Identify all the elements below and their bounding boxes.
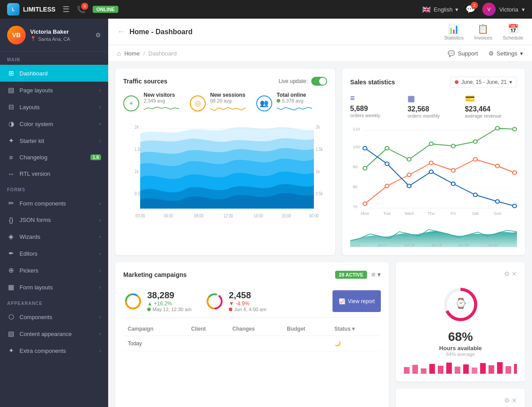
svg-point-31 [407, 158, 411, 161]
settings-tool-icon-2[interactable]: ⚙ [504, 397, 510, 404]
marketing-table: Campaign Client Changes Budget Status ▾ … [123, 322, 381, 352]
sidebar-item-components[interactable]: ⬡ Components › [0, 308, 108, 325]
chat-button[interactable]: 💬 2 [466, 4, 475, 14]
page-title: Home - Dashboard [129, 28, 444, 36]
view-report-button[interactable]: 📈 View report [332, 290, 381, 312]
svg-text:1k: 1k [135, 169, 139, 174]
marketing-metric-1: 38,289 ▲ +16.2% May 12, 12:30 am [123, 290, 192, 312]
invoices-action[interactable]: 📋 Invoices [474, 24, 492, 40]
changelog-icon: ≡ [7, 154, 15, 161]
support-button[interactable]: 💬 Support [448, 50, 478, 57]
user-profile: VB Victoria Baker 📍 Santa Ana, CA ⚙ [0, 19, 108, 52]
live-update-toggle[interactable] [311, 77, 327, 86]
sidebar-item-content-appearance[interactable]: ▤ Content appearance › [0, 325, 108, 342]
invoices-icon: 📋 [477, 24, 489, 34]
user-menu[interactable]: V Victoria ▾ [482, 3, 525, 16]
statistics-action[interactable]: 📊 Statistics [444, 24, 464, 40]
sales-stat-orders-weekly: ≡ 5,689 orders weekly [350, 94, 402, 119]
svg-point-33 [451, 144, 455, 148]
rtl-icon: ↔ [7, 170, 15, 178]
svg-text:Sun: Sun [493, 211, 501, 215]
json-forms-icon: {} [7, 216, 15, 224]
sidebar-item-layouts[interactable]: ⊟ Layouts › [0, 99, 108, 115]
sidebar-item-label: Components [20, 314, 95, 320]
sidebar-settings-icon[interactable]: ⚙ [95, 32, 101, 39]
sidebar-item-color-system[interactable]: ◑ Color system › [0, 115, 108, 132]
date-chevron-icon: ▾ [509, 79, 512, 85]
svg-text:Jul 07: Jul 07 [377, 243, 388, 247]
chevron-right-icon: › [99, 121, 101, 126]
sidebar-item-pickers[interactable]: ⊕ Pickers › [0, 262, 108, 279]
more-tool-icon[interactable]: ✕ [512, 270, 517, 277]
red-dot [229, 308, 232, 311]
traffic-chart: 2k 1.5k 1k 0.5k 2k 1.5k 1k 0.5k [123, 120, 327, 226]
svg-rect-88 [497, 362, 503, 374]
page-layouts-icon: ▤ [7, 86, 15, 94]
table-row: Today 🌙 [123, 336, 381, 352]
breadcrumb-home[interactable]: Home [124, 50, 140, 57]
new-visitors-sparkline [144, 104, 179, 113]
sidebar-item-wizards[interactable]: ◈ Wizards › [0, 228, 108, 245]
svg-point-52 [512, 204, 516, 208]
svg-point-48 [429, 170, 433, 174]
brand-logo: L [7, 3, 20, 16]
sidebar-item-form-components[interactable]: ✏ Form components › [0, 195, 108, 212]
calls-button[interactable]: 📞 9 [77, 5, 86, 14]
col-campaign: Campaign [123, 322, 187, 336]
location-icon: 📍 [30, 36, 36, 42]
settings-button[interactable]: ⚙ Settings ▾ [489, 50, 523, 57]
revenue-icon: 💳 [465, 94, 517, 103]
back-button[interactable]: ← [117, 27, 125, 36]
marketing-card-header: Marketing campaigns 28 ACTIVE ≡ ▾ [123, 270, 381, 279]
orders-monthly-value: 32,568 [407, 105, 459, 113]
marketing-menu[interactable]: ≡ ▾ [372, 270, 381, 279]
new-sessions-sparkline [210, 104, 246, 113]
sidebar-item-changelog[interactable]: ≡ Changelog 1.6 [0, 149, 108, 166]
metric-total-online-info: Total online 5,378 avg [277, 92, 312, 115]
svg-text:Jul 01: Jul 01 [350, 243, 361, 247]
sidebar-item-starter-kit[interactable]: ✦ Starter kit › [0, 132, 108, 149]
svg-rect-86 [480, 363, 486, 374]
editors-icon: ✒ [7, 249, 15, 257]
schedule-action[interactable]: 📅 Schedule [503, 24, 523, 40]
donut-chart-2 [205, 292, 224, 311]
svg-text:Sat: Sat [472, 211, 478, 215]
layouts-icon: ⊟ [7, 103, 15, 111]
invoices-label: Invoices [474, 35, 492, 40]
green-dot [147, 308, 151, 311]
form-components-icon: ✏ [7, 199, 15, 207]
marketing-date-2: Jun 4, 4:00 am [229, 307, 266, 312]
sidebar-item-json-forms[interactable]: {} JSON forms › [0, 212, 108, 228]
hours-mini-bars [404, 360, 517, 374]
brand-logo-area[interactable]: L LIMITLESS [7, 3, 55, 16]
sidebar-item-dashboard[interactable]: ⊞ Dashboard [0, 65, 108, 82]
more-tool-icon-2[interactable]: ✕ [512, 397, 517, 404]
language-selector[interactable]: 🇬🇧 English ▾ [422, 5, 458, 14]
svg-text:00:00: 00:00 [309, 213, 318, 218]
svg-text:70: 70 [352, 204, 357, 209]
marketing-metrics: 38,289 ▲ +16.2% May 12, 12:30 am [123, 285, 381, 318]
sidebar-item-page-layouts[interactable]: ▤ Page layouts › [0, 82, 108, 99]
sidebar-item-form-layouts[interactable]: ▦ Form layouts › [0, 279, 108, 296]
svg-rect-79 [421, 368, 427, 374]
svg-rect-80 [430, 364, 435, 374]
section-label-main: MAIN [0, 52, 108, 65]
sidebar-item-editors[interactable]: ✒ Editors › [0, 245, 108, 262]
svg-point-34 [473, 140, 477, 143]
total-online-value: 5,378 avg [277, 98, 312, 103]
date-range-selector[interactable]: June, 15 - June, 21 ▾ [450, 77, 517, 87]
svg-text:0.5k: 0.5k [316, 191, 323, 196]
sales-card-title: Sales statistics [350, 79, 450, 86]
hamburger-menu[interactable]: ☰ [63, 4, 70, 14]
statistics-label: Statistics [444, 35, 464, 40]
col-budget: Budget [282, 322, 330, 336]
campaign-client [187, 336, 228, 352]
settings-tool-icon[interactable]: ⚙ [504, 270, 510, 277]
svg-text:16:00: 16:00 [254, 213, 263, 218]
sales-mini-area: Jul 01 Jul 07 Jul 13 Jul 19 Jul 25 Jul 3… [350, 221, 517, 247]
sidebar-item-extra-components[interactable]: ✦ Extra components › [0, 342, 108, 359]
sidebar-item-label: Wizards [20, 233, 95, 240]
sidebar-item-rtl-version[interactable]: ↔ RTL version [0, 166, 108, 182]
wizards-icon: ◈ [7, 233, 15, 241]
svg-point-37 [363, 202, 367, 205]
